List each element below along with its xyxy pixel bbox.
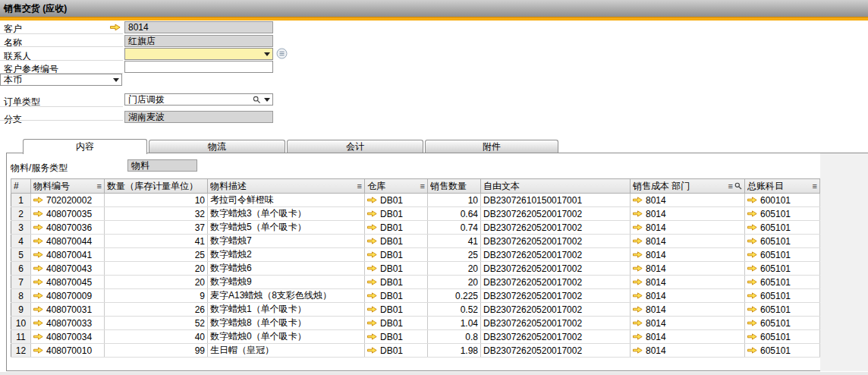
link-arrow-icon[interactable] <box>633 306 643 313</box>
link-arrow-icon[interactable] <box>367 238 377 244</box>
free_text-cell[interactable]: DB23072620520017002 <box>481 207 631 221</box>
cost_dept-cell[interactable]: 8014 <box>631 317 745 330</box>
customer-ref-input[interactable] <box>124 61 273 73</box>
column-header-free_text[interactable]: 自由文本 <box>481 179 631 194</box>
row-number-cell[interactable]: 8 <box>11 289 31 303</box>
sales_qty-cell[interactable]: 0.64 <box>428 207 481 221</box>
cost_dept-cell[interactable]: 8014 <box>631 262 745 276</box>
link-arrow-icon[interactable] <box>747 279 757 285</box>
row-number-cell[interactable]: 10 <box>11 317 31 330</box>
sales_qty-cell[interactable]: 20 <box>428 262 481 276</box>
cost_dept-cell[interactable]: 8014 <box>631 289 745 303</box>
item_code-cell[interactable]: 408070043 <box>31 262 105 276</box>
link-arrow-icon[interactable] <box>747 197 757 203</box>
description-cell[interactable]: 数字蜡烛3（单个吸卡） <box>208 207 365 221</box>
cost_dept-cell[interactable]: 8014 <box>631 207 745 221</box>
description-cell[interactable]: 数字蜡烛7 <box>208 235 365 248</box>
cost_dept-cell[interactable]: 8014 <box>631 248 745 262</box>
chevron-down-icon[interactable] <box>264 52 270 56</box>
link-arrow-icon[interactable] <box>33 238 43 244</box>
sales_qty-cell[interactable]: 10 <box>428 194 481 207</box>
link-arrow-icon[interactable] <box>367 306 377 313</box>
gl_account-cell[interactable]: 605101 <box>745 303 820 317</box>
link-arrow-icon[interactable] <box>367 210 377 217</box>
sales_qty-cell[interactable]: 20 <box>428 276 481 289</box>
quantity-cell[interactable]: 25 <box>105 248 208 262</box>
link-arrow-icon[interactable] <box>633 347 643 354</box>
free_text-cell[interactable]: DB23072620520017002 <box>481 317 631 330</box>
link-arrow-icon[interactable] <box>33 251 43 258</box>
item_code-cell[interactable]: 408070031 <box>31 303 105 317</box>
link-arrow-icon[interactable] <box>633 333 643 340</box>
description-cell[interactable]: 麦字A13蜡烛（8支彩色线烛） <box>208 289 365 303</box>
link-arrow-icon[interactable] <box>367 292 377 299</box>
link-arrow-icon[interactable] <box>747 320 757 326</box>
link-arrow-icon[interactable] <box>33 306 43 313</box>
row-number-cell[interactable]: 1 <box>11 194 31 207</box>
gl_account-cell[interactable]: 605101 <box>745 330 820 344</box>
tab-logistics[interactable]: 物流 <box>149 140 285 153</box>
cost_dept-cell[interactable]: 8014 <box>631 235 745 248</box>
free_text-cell[interactable]: DB23072620520017002 <box>481 235 631 248</box>
cost_dept-cell[interactable]: 8014 <box>631 344 745 358</box>
row-number-cell[interactable]: 9 <box>11 303 31 317</box>
column-header-cost_dept[interactable]: 销售成本 部门≡ <box>631 179 745 194</box>
row-number-cell[interactable]: 4 <box>11 235 31 248</box>
description-cell[interactable]: 数字蜡烛8（单个吸卡） <box>208 317 365 330</box>
column-header-quantity[interactable]: 数量（库存计量单位） <box>105 179 208 194</box>
link-arrow-icon[interactable] <box>33 224 43 231</box>
link-arrow-icon[interactable] <box>33 320 43 326</box>
link-arrow-icon[interactable] <box>747 265 757 272</box>
item_code-cell[interactable]: 702020002 <box>31 194 105 207</box>
quantity-cell[interactable]: 20 <box>105 276 208 289</box>
warehouse-cell[interactable]: DB01 <box>365 330 428 344</box>
description-cell[interactable]: 数字蜡烛1（单个吸卡） <box>208 303 365 317</box>
quantity-cell[interactable]: 10 <box>105 194 208 207</box>
cost_dept-cell[interactable]: 8014 <box>631 330 745 344</box>
cost_dept-cell[interactable]: 8014 <box>631 221 745 235</box>
description-cell[interactable]: 数字蜡烛2 <box>208 248 365 262</box>
sales_qty-cell[interactable]: 0.52 <box>428 303 481 317</box>
link-arrow-icon[interactable] <box>367 265 377 272</box>
link-arrow-icon[interactable] <box>367 347 377 354</box>
description-cell[interactable]: 数字蜡烛5（单个吸卡） <box>208 221 365 235</box>
link-arrow-icon[interactable] <box>633 197 643 203</box>
quantity-cell[interactable]: 41 <box>105 235 208 248</box>
warehouse-cell[interactable]: DB01 <box>365 207 428 221</box>
link-arrow-icon[interactable] <box>747 224 757 231</box>
sales_qty-cell[interactable]: 0.225 <box>428 289 481 303</box>
description-cell[interactable]: 数字蜡烛9 <box>208 276 365 289</box>
link-arrow-icon[interactable] <box>633 265 643 272</box>
link-arrow-icon[interactable] <box>33 210 43 217</box>
column-menu-icon[interactable]: ≡ <box>97 182 102 190</box>
item_code-cell[interactable]: 408070045 <box>31 276 105 289</box>
gl_account-cell[interactable]: 600101 <box>745 194 820 207</box>
row-number-cell[interactable]: 7 <box>11 276 31 289</box>
link-arrow-icon[interactable] <box>367 320 377 326</box>
warehouse-cell[interactable]: DB01 <box>365 303 428 317</box>
chevron-down-icon[interactable] <box>113 78 119 82</box>
quantity-cell[interactable]: 99 <box>105 344 208 358</box>
column-menu-icon[interactable]: ≡ <box>813 182 817 190</box>
link-arrow-icon[interactable] <box>633 292 643 299</box>
row-number-cell[interactable]: 12 <box>11 344 31 358</box>
column-header-item_code[interactable]: 物料编号≡ <box>31 179 105 194</box>
chevron-down-icon[interactable] <box>264 98 270 102</box>
contact-person-combo[interactable] <box>124 48 273 60</box>
link-arrow-icon[interactable] <box>747 292 757 299</box>
gl_account-cell[interactable]: 605101 <box>745 317 820 330</box>
item_code-cell[interactable]: 408070036 <box>31 221 105 235</box>
link-arrow-icon[interactable] <box>633 210 643 217</box>
link-arrow-icon[interactable] <box>33 197 43 203</box>
column-menu-icon[interactable]: ≡ <box>728 182 733 190</box>
column-header-sales_qty[interactable]: 销售数量 <box>428 179 481 194</box>
description-cell[interactable]: 数字蜡烛6 <box>208 262 365 276</box>
currency-select[interactable]: 本币 <box>0 74 122 86</box>
item_code-cell[interactable]: 408070033 <box>31 317 105 330</box>
link-arrow-icon[interactable] <box>747 347 757 354</box>
gl_account-cell[interactable]: 605101 <box>745 235 820 248</box>
warehouse-cell[interactable]: DB01 <box>365 194 428 207</box>
order-type-combo[interactable]: 门店调拨 <box>124 93 273 106</box>
row-number-cell[interactable]: 3 <box>11 221 31 235</box>
description-cell[interactable]: 生日帽（皇冠） <box>208 344 365 358</box>
